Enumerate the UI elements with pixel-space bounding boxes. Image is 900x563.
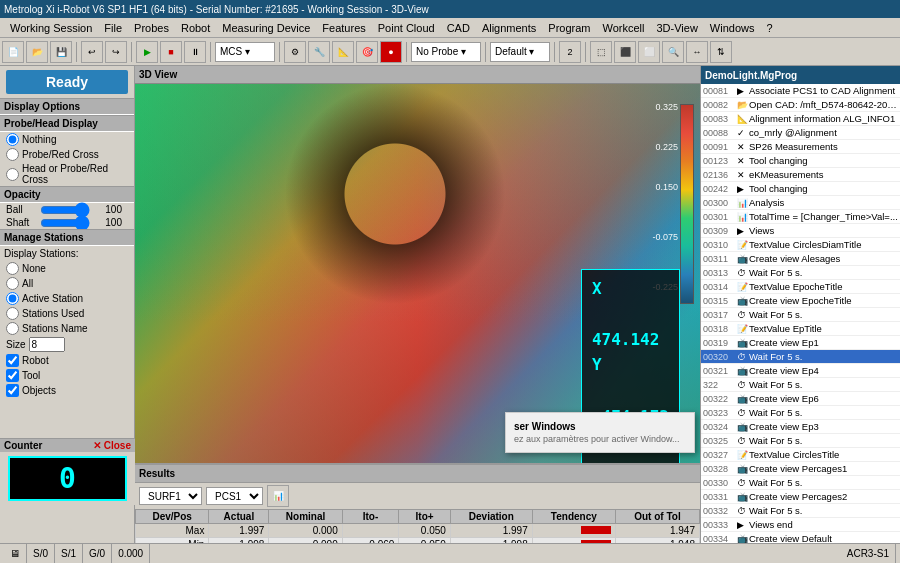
program-list-item[interactable]: 00323⏱Wait For 5 s.	[701, 406, 900, 420]
tb-view4[interactable]: 🔍	[662, 41, 684, 63]
tb-run-btn[interactable]: ▶	[136, 41, 158, 63]
radio-probe-red[interactable]: Probe/Red Cross	[0, 147, 134, 162]
menu-alignments[interactable]: Alignments	[476, 20, 542, 36]
menu-help[interactable]: ?	[760, 20, 778, 36]
cb-objects-input[interactable]	[6, 384, 19, 397]
program-list-item[interactable]: 00083📐Alignment information ALG_INFO1	[701, 112, 900, 126]
size-input[interactable]	[29, 337, 65, 352]
menu-program[interactable]: Program	[542, 20, 596, 36]
program-list-item[interactable]: 00300📊Analysis	[701, 196, 900, 210]
program-list-item[interactable]: 00091✕SP26 Measurements	[701, 140, 900, 154]
menu-3dview[interactable]: 3D-View	[650, 20, 703, 36]
program-list-item[interactable]: 00325⏱Wait For 5 s.	[701, 434, 900, 448]
radio-none-input[interactable]	[6, 262, 19, 275]
tb-btn7[interactable]: 📐	[332, 41, 354, 63]
tb-view3[interactable]: ⬜	[638, 41, 660, 63]
radio-none[interactable]: None	[0, 261, 134, 276]
cb-objects[interactable]: Objects	[0, 383, 134, 398]
program-list-item[interactable]: 00333▶Views end	[701, 518, 900, 532]
cb-tool-input[interactable]	[6, 369, 19, 382]
program-list-item[interactable]: 00330⏱Wait For 5 s.	[701, 476, 900, 490]
menu-cad[interactable]: CAD	[441, 20, 476, 36]
tb-num-btn[interactable]: 2	[559, 41, 581, 63]
radio-head-probe[interactable]: Head or Probe/Red Cross	[0, 162, 134, 186]
menu-working-session[interactable]: Working Session	[4, 20, 98, 36]
tb-open-btn[interactable]: 📂	[26, 41, 48, 63]
radio-name-input[interactable]	[6, 322, 19, 335]
radio-probe-red-input[interactable]	[6, 148, 19, 161]
program-list-item[interactable]: 02136✕eKMeasurements	[701, 168, 900, 182]
program-list-item[interactable]: 00317⏱Wait For 5 s.	[701, 308, 900, 322]
tb-undo-btn[interactable]: ↩	[81, 41, 103, 63]
surface-dropdown[interactable]: SURF1	[139, 487, 202, 505]
tb-view5[interactable]: ↔	[686, 41, 708, 63]
program-list-item[interactable]: 00318📝TextValue EpTitle	[701, 322, 900, 336]
program-list-item[interactable]: 00314📝TextValue EpocheTitle	[701, 280, 900, 294]
menu-probes[interactable]: Probes	[128, 20, 175, 36]
tb-mcs-dropdown[interactable]: MCS ▾	[215, 42, 275, 62]
program-list-item[interactable]: 00311📺Create view Alesages	[701, 252, 900, 266]
tb-btn6[interactable]: 🔧	[308, 41, 330, 63]
menu-file[interactable]: File	[98, 20, 128, 36]
tb-redo-btn[interactable]: ↪	[105, 41, 127, 63]
radio-nothing-input[interactable]	[6, 133, 19, 146]
program-list-item[interactable]: 00327📝TextValue CirclesTitle	[701, 448, 900, 462]
tb-btn5[interactable]: ⚙	[284, 41, 306, 63]
radio-nothing[interactable]: Nothing	[0, 132, 134, 147]
program-list-item[interactable]: 00324📺Create view Ep3	[701, 420, 900, 434]
menu-measuring-device[interactable]: Measuring Device	[216, 20, 316, 36]
radio-all[interactable]: All	[0, 276, 134, 291]
program-list-item[interactable]: 00322📺Create view Ep6	[701, 392, 900, 406]
program-list[interactable]: 00081▶Associate PCS1 to CAD Alignment000…	[701, 84, 900, 563]
program-list-item[interactable]: 322⏱Wait For 5 s.	[701, 378, 900, 392]
ball-slider[interactable]	[40, 206, 90, 214]
pcs-dropdown[interactable]: PCS1	[206, 487, 263, 505]
radio-used[interactable]: Stations Used	[0, 306, 134, 321]
program-list-item[interactable]: 00082📂Open CAD: /mft_D574-80642-208...	[701, 98, 900, 112]
program-list-item[interactable]: 00332⏱Wait For 5 s.	[701, 504, 900, 518]
tb-default-dropdown[interactable]: Default ▾	[490, 42, 550, 62]
menu-point-cloud[interactable]: Point Cloud	[372, 20, 441, 36]
menu-windows[interactable]: Windows	[704, 20, 761, 36]
tb-stop-btn[interactable]: ■	[160, 41, 182, 63]
program-list-item[interactable]: 00123✕Tool changing	[701, 154, 900, 168]
tb-view6[interactable]: ⇅	[710, 41, 732, 63]
menu-features[interactable]: Features	[316, 20, 371, 36]
tb-btn9[interactable]: ●	[380, 41, 402, 63]
cb-robot-input[interactable]	[6, 354, 19, 367]
program-list-item[interactable]: 00313⏱Wait For 5 s.	[701, 266, 900, 280]
radio-name[interactable]: Stations Name	[0, 321, 134, 336]
program-list-item[interactable]: 00242▶Tool changing	[701, 182, 900, 196]
program-list-item[interactable]: 00088✓co_mrly @Alignment	[701, 126, 900, 140]
status-icon: 🖥	[4, 544, 27, 563]
program-list-item[interactable]: 00315📺Create view EpocheTitle	[701, 294, 900, 308]
program-list-item[interactable]: 00310📝TextValue CirclesDiamTitle	[701, 238, 900, 252]
tb-view1[interactable]: ⬚	[590, 41, 612, 63]
program-list-item[interactable]: 00301📊TotalTime = [Changer_Time>Val=...	[701, 210, 900, 224]
tb-probe-dropdown[interactable]: No Probe ▾	[411, 42, 481, 62]
tb-view2[interactable]: ⬛	[614, 41, 636, 63]
radio-active-input[interactable]	[6, 292, 19, 305]
radio-all-input[interactable]	[6, 277, 19, 290]
program-list-item[interactable]: 00081▶Associate PCS1 to CAD Alignment	[701, 84, 900, 98]
program-list-item[interactable]: 00309▶Views	[701, 224, 900, 238]
radio-active[interactable]: Active Station	[0, 291, 134, 306]
radio-used-input[interactable]	[6, 307, 19, 320]
tb-btn8[interactable]: 🎯	[356, 41, 378, 63]
close-icon[interactable]: ✕ Close	[93, 440, 131, 451]
program-list-item[interactable]: 00321📺Create view Ep4	[701, 364, 900, 378]
program-list-item[interactable]: 00320⏱Wait For 5 s.	[701, 350, 900, 364]
program-list-item[interactable]: 00328📺Create view Percages1	[701, 462, 900, 476]
results-btn[interactable]: 📊	[267, 485, 289, 507]
cb-tool[interactable]: Tool	[0, 368, 134, 383]
tb-new-btn[interactable]: 📄	[2, 41, 24, 63]
program-list-item[interactable]: 00319📺Create view Ep1	[701, 336, 900, 350]
shaft-slider[interactable]	[40, 219, 90, 227]
cb-robot[interactable]: Robot	[0, 353, 134, 368]
program-list-item[interactable]: 00331📺Create view Percages2	[701, 490, 900, 504]
tb-pause-btn[interactable]: ⏸	[184, 41, 206, 63]
tb-save-btn[interactable]: 💾	[50, 41, 72, 63]
radio-head-probe-input[interactable]	[6, 168, 19, 181]
menu-workcell[interactable]: Workcell	[596, 20, 650, 36]
menu-robot[interactable]: Robot	[175, 20, 216, 36]
